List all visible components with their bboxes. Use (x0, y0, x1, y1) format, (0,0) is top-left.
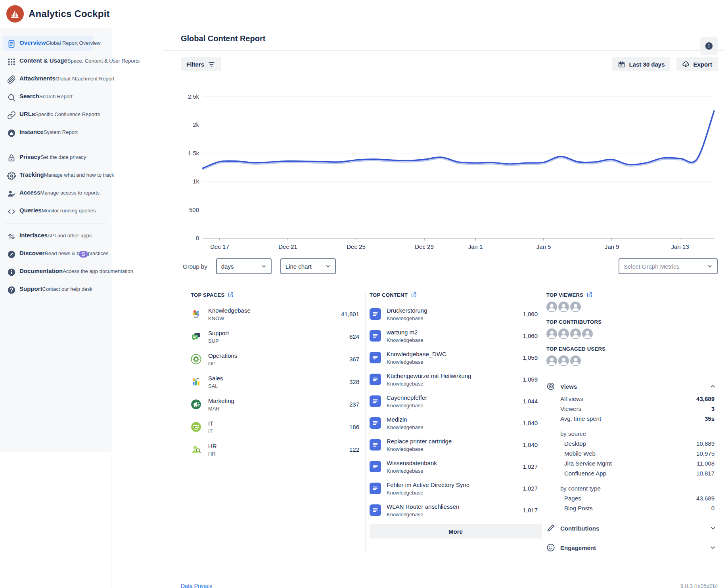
sidebar-item-desc: Global Attachment Report (56, 76, 115, 82)
space-key: IT (208, 428, 213, 435)
chevron-up-icon (710, 383, 716, 389)
space-key: SAL (208, 383, 223, 389)
more-button[interactable]: More (370, 524, 542, 538)
external-link-icon[interactable] (411, 292, 417, 298)
top-content-title: TOP CONTENT (370, 292, 408, 298)
export-button[interactable]: Export (676, 57, 718, 71)
space-row[interactable]: HRHR122 (191, 438, 365, 461)
metric-label: Mobile Web (564, 450, 596, 457)
content-space: Knowledgebase (387, 402, 427, 409)
avatar[interactable] (546, 355, 557, 366)
sidebar-item-attachments[interactable]: AttachmentsGlobal Attachment Report (3, 72, 93, 87)
date-range-label: Last 30 days (629, 61, 665, 68)
metric-label: Blog Posts (564, 505, 593, 512)
data-privacy-link[interactable]: Data Privacy (181, 583, 212, 588)
question-icon (7, 286, 16, 294)
sidebar-item-label: Content & Usage (19, 57, 67, 64)
metric-label: All views (560, 395, 583, 402)
views-section-toggle[interactable]: Views (546, 382, 718, 391)
space-row[interactable]: SalesSAL328 (191, 370, 365, 393)
external-link-icon[interactable] (586, 292, 593, 298)
content-row[interactable]: CayennepfefferKnowledgebase1,044 (370, 390, 542, 412)
chart-type-select[interactable]: Line chart (280, 258, 336, 274)
avatar[interactable] (558, 328, 569, 339)
avatar[interactable] (570, 355, 581, 366)
filters-button[interactable]: Filters (181, 57, 221, 71)
sidebar-item-urls[interactable]: URLsSpecific Confluence Reports (3, 107, 93, 122)
content-views-count: 1,017 (523, 507, 542, 514)
metric-row: Viewers3 (560, 404, 715, 414)
content-row[interactable]: Replace printer cartridgeKnowledgebase1,… (370, 434, 542, 456)
content-row[interactable]: Fehler im Active Directory SyncKnowledge… (370, 477, 542, 499)
space-row[interactable]: OperationsOP367 (191, 348, 365, 370)
content-row[interactable]: DruckerstörungKnowledgebase1,060 (370, 303, 542, 325)
top-spaces-title: TOP SPACES (191, 292, 224, 298)
metric-row: Desktop10,889 (560, 439, 715, 449)
page-icon (370, 395, 381, 407)
sidebar-item-desc: System Report (44, 129, 78, 135)
avatar[interactable] (570, 302, 581, 312)
chart-type-value: Line chart (285, 263, 312, 270)
sidebar-item-label: Tracking (19, 171, 44, 178)
avatar[interactable] (558, 355, 569, 366)
metric-label: Confluence App (564, 470, 606, 477)
avatar[interactable] (546, 302, 557, 312)
content-row[interactable]: Küchengewürze mit HeilwirkungKnowledgeba… (370, 368, 542, 390)
metric-row: Avg. time spent35s (560, 414, 715, 424)
sidebar-item-interfaces[interactable]: InterfacesAPI and other apps (3, 229, 93, 244)
chevron-down-icon (325, 263, 331, 269)
space-name: IT (208, 420, 213, 427)
content-title: WLAN Router anschliessen (387, 503, 459, 510)
content-row[interactable]: wartung m2Knowledgebase1,060 (370, 325, 542, 347)
sidebar-item-instance[interactable]: InstanceSystem Report (3, 125, 93, 140)
space-row[interactable]: SupportSUP624 (191, 325, 365, 348)
content-title: Replace printer cartridge (387, 437, 452, 445)
space-views-count: 122 (349, 446, 365, 453)
sidebar-item-content-usage[interactable]: Content & UsageSpace, Content & User Rep… (3, 54, 93, 69)
calendar-icon (618, 61, 625, 68)
sidebar-item-discover[interactable]: DiscoverRead news & best practices5 (3, 246, 93, 262)
metric-value: 10,889 (696, 440, 715, 447)
sidebar-item-queries[interactable]: QueriesMonitor running queries (3, 204, 93, 219)
sidebar-item-tracking[interactable]: TrackingManage what and how to track (3, 168, 93, 183)
content-views-count: 1,040 (523, 441, 542, 448)
svg-text:Jan 5: Jan 5 (536, 243, 551, 250)
space-row[interactable]: ITIT186 (191, 416, 365, 438)
sidebar-item-support[interactable]: SupportContact our help desk (3, 282, 93, 297)
content-row[interactable]: WissensdatenbankKnowledgebase1,027 (370, 456, 542, 477)
avatar[interactable] (558, 302, 569, 312)
contributions-section-toggle[interactable]: Contributions (546, 524, 718, 533)
sidebar-item-search[interactable]: SearchSearch Report (3, 90, 93, 105)
sidebar-item-overview[interactable]: OverviewGlobal Report Overview (3, 36, 93, 51)
top-content-list: DruckerstörungKnowledgebase1,060wartung … (370, 303, 542, 521)
space-row[interactable]: MarketingMAR237 (191, 393, 365, 416)
content-row[interactable]: MedizinKnowledgebase1,040 (370, 412, 542, 434)
sidebar-item-access[interactable]: AccessManage access to reports (3, 186, 93, 201)
group-by-select[interactable]: days (216, 258, 272, 274)
avatar[interactable] (570, 328, 581, 339)
content-row[interactable]: Knowledgebase_DWCKnowledgebase1,059 (370, 347, 542, 368)
sidebar-item-desc: Specific Confluence Reports (35, 111, 100, 117)
engagement-section-toggle[interactable]: Engagement (546, 543, 718, 552)
avatar[interactable] (582, 328, 593, 339)
sidebar-item-label: Support (19, 285, 42, 292)
content-space: Knowledgebase (387, 511, 459, 518)
content-row[interactable]: WLAN Router anschliessenKnowledgebase1,0… (370, 499, 542, 521)
avatar-group (546, 355, 718, 366)
content-views-count: 1,060 (523, 332, 542, 339)
avatar[interactable] (546, 328, 557, 339)
lock-icon (7, 154, 16, 162)
link-icon (7, 111, 16, 120)
date-range-button[interactable]: Last 30 days (612, 57, 670, 71)
external-link-icon[interactable] (228, 292, 234, 298)
info-button[interactable] (700, 37, 718, 55)
people-group-title: TOP CONTRIBUTORS (546, 319, 602, 325)
space-views-count: 237 (349, 401, 365, 408)
sidebar-item-label: Documentation (19, 267, 63, 274)
views-section-title: Views (560, 383, 577, 390)
sidebar-item-privacy[interactable]: PrivacySet the data privacy (3, 150, 93, 165)
space-row[interactable]: KnowledgebaseKNOW41,801 (191, 303, 365, 325)
sidebar-item-documentation[interactable]: DocumentationAccess the app documentatio… (3, 264, 93, 279)
svg-text:Dec 21: Dec 21 (278, 243, 297, 250)
graph-metrics-select[interactable]: Select Graph Metrics (619, 258, 718, 274)
